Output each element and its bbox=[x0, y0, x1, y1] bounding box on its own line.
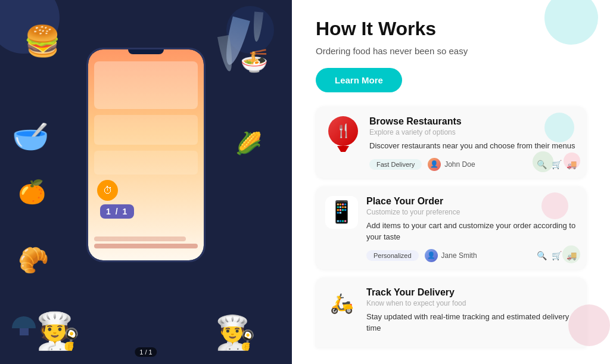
pin-circle: 🍴 bbox=[328, 116, 358, 146]
track-card-description: Stay updated with real-time tracking and… bbox=[366, 311, 577, 334]
order-username: Jane Smith bbox=[441, 251, 477, 260]
food-bread: 🥐 bbox=[18, 245, 49, 275]
mushroom bbox=[12, 316, 36, 334]
order-card-left-footer: Personalized 👤 Jane Smith bbox=[366, 249, 477, 262]
deco-circle-pink bbox=[568, 304, 610, 346]
track-card-title: Track Your Delivery bbox=[366, 287, 577, 298]
person-left: 🧑‍🍳 bbox=[36, 310, 80, 352]
card2-deco-circle-1 bbox=[541, 192, 568, 219]
phone-screen: 1 / 1 ⏱ bbox=[88, 49, 204, 260]
browse-card-description: Discover restaurants near you and choose… bbox=[369, 140, 577, 152]
track-delivery-card: 🛵 Track Your Delivery Know when to expec… bbox=[316, 278, 586, 347]
track-card-content: Track Your Delivery Know when to expect … bbox=[366, 287, 577, 340]
learn-more-button[interactable]: Learn More bbox=[316, 68, 402, 92]
food-orange: 🍊 bbox=[18, 179, 46, 205]
right-panel: How It Works Ordering food has never bee… bbox=[292, 0, 610, 364]
cards-container: 🍴 Browse Restaurants Explore a variety o… bbox=[316, 107, 586, 347]
order-search-icon[interactable]: 🔍 bbox=[537, 251, 547, 260]
food-corn: 🌽 bbox=[235, 131, 262, 156]
browse-icon: 🍴 bbox=[325, 116, 361, 152]
food-burger: 🍔 bbox=[24, 24, 61, 58]
order-cart-icon[interactable]: 🛒 bbox=[552, 251, 562, 260]
browse-user-row: 👤 John Doe bbox=[428, 158, 475, 171]
screen-bar-2 bbox=[94, 237, 186, 241]
pin-tip bbox=[337, 146, 349, 152]
phone-mockup: 1 / 1 ⏱ bbox=[86, 48, 206, 262]
card1-deco-circle-3 bbox=[564, 153, 580, 169]
person-right: 👨‍🍳 bbox=[215, 313, 256, 352]
order-user-row: 👤 Jane Smith bbox=[425, 249, 477, 262]
track-card-subtitle: Know when to expect your food bbox=[366, 299, 577, 307]
order-card-footer: Personalized 👤 Jane Smith 🔍 🛒 🚚 bbox=[366, 249, 577, 262]
illustration-panel: 🍔 🍜 🥣 🍊 🥐 🌽 1 / 1 ⏱ 🧑‍🍳 👨‍🍳 bbox=[0, 0, 292, 364]
phone-notch bbox=[128, 49, 164, 54]
card2-deco-circle-2 bbox=[562, 245, 580, 263]
browse-badge: Fast Delivery bbox=[369, 159, 422, 170]
browse-restaurants-card: 🍴 Browse Restaurants Explore a variety o… bbox=[316, 107, 586, 178]
order-badge: Personalized bbox=[366, 250, 419, 261]
section-subtitle: Ordering food has never been so easy bbox=[316, 46, 586, 56]
order-avatar: 👤 bbox=[425, 249, 438, 262]
pin-icon: 🍴 bbox=[328, 116, 358, 152]
place-order-card: 📱 Place Your Order Customize to your pre… bbox=[316, 186, 586, 269]
food-noodles: 🍜 bbox=[240, 48, 268, 74]
browse-username: John Doe bbox=[444, 160, 475, 169]
screen-bar-1 bbox=[94, 244, 198, 248]
food-bowl: 🥣 bbox=[12, 119, 49, 154]
order-icon: 📱 bbox=[325, 196, 358, 229]
order-card-description: Add items to your cart and customize you… bbox=[366, 220, 577, 243]
card1-deco-circle-1 bbox=[544, 113, 574, 142]
browse-card-left-footer: Fast Delivery 👤 John Doe bbox=[369, 158, 475, 171]
screen-row-1 bbox=[94, 115, 198, 145]
card1-deco-circle-2 bbox=[533, 151, 553, 172]
screen-row-2 bbox=[94, 151, 198, 175]
browse-avatar: 👤 bbox=[428, 158, 441, 171]
timer-icon: ⏱ bbox=[97, 180, 118, 201]
phone-timer: 1 / 1 bbox=[100, 204, 134, 219]
screen-header bbox=[94, 61, 198, 109]
paginator: 1 / 1 bbox=[135, 347, 157, 357]
track-icon: 🛵 bbox=[325, 287, 358, 320]
